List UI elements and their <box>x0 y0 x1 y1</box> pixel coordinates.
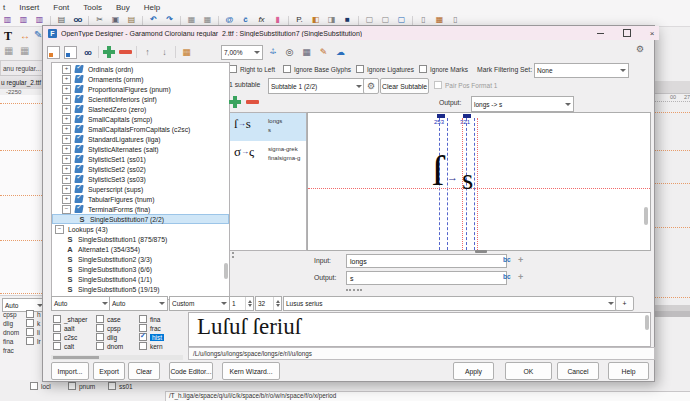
expander-icon[interactable]: + <box>62 135 71 144</box>
tree-item-lookup[interactable]: SSingleSubstitution5 (19/19) <box>52 284 229 294</box>
settings-gear-icon[interactable]: ⚙ <box>636 44 644 54</box>
align-grid2-icon[interactable]: ▦ <box>20 45 29 56</box>
feature-checkbox[interactable]: li <box>26 328 40 336</box>
ignore-base-glyphs-checkbox[interactable]: Ignore Base Glyphs <box>283 65 351 73</box>
advance-marker[interactable] <box>463 114 471 118</box>
substitution-row[interactable]: σ→ς sigma-grek finalsigma-g <box>230 141 306 169</box>
remove-icon[interactable] <box>119 50 132 54</box>
add-input-icon[interactable]: + <box>518 256 523 265</box>
language-combo[interactable]: Auto <box>109 296 168 311</box>
expander-icon[interactable]: + <box>62 175 71 184</box>
center-glyph-icon[interactable]: ◎ <box>283 47 296 57</box>
feature-checkbox[interactable]: h <box>26 310 41 318</box>
clear-subtable-button[interactable]: Clear Subtable <box>380 78 429 94</box>
ignore-ligatures-checkbox[interactable]: Ignore Ligatures <box>356 65 414 73</box>
feature-checkbox[interactable]: k <box>26 319 40 327</box>
scrollbar-thumb[interactable] <box>53 356 99 359</box>
fx-icon[interactable]: fx <box>256 15 267 25</box>
expander-icon[interactable]: + <box>62 165 71 174</box>
feature-checkbox-pnum[interactable]: pnum <box>68 382 95 390</box>
insert-glyph-icon[interactable]: ▦ <box>186 15 197 25</box>
feature-set-combo[interactable]: Custom <box>169 296 230 311</box>
redo-icon[interactable]: ↷ <box>164 15 175 25</box>
feature-grid-scrollbar[interactable] <box>51 355 183 360</box>
checkbox[interactable] <box>96 342 104 350</box>
move-up-icon[interactable]: ↑ <box>141 47 154 57</box>
tree-item-selected[interactable]: SSingleSubstitution7 (2/2) <box>52 214 229 224</box>
expander-icon[interactable]: + <box>62 125 71 134</box>
feature-checkbox-aalt[interactable]: aalt <box>53 324 74 332</box>
window-tile-icon[interactable]: ▢ <box>380 15 391 25</box>
anchor-icon[interactable]: @ <box>224 15 235 25</box>
panel-icon[interactable]: ◧ <box>310 15 321 25</box>
save-all-icon[interactable]: ▥ <box>34 15 45 25</box>
feature-checkbox-ss01[interactable]: ss01 <box>108 382 133 390</box>
edit-glyph-icon[interactable]: ✎ <box>317 47 330 57</box>
input-field[interactable]: longs <box>346 254 507 268</box>
section-splitter[interactable] <box>346 289 362 291</box>
canvas-scrollbar[interactable] <box>644 207 648 225</box>
help-button[interactable]: Help <box>608 362 649 380</box>
checkbox[interactable] <box>26 328 34 336</box>
output-pair-combo[interactable]: longs -> s <box>471 96 574 112</box>
menu-insert[interactable]: Insert <box>19 3 39 12</box>
opentype-designer-icon[interactable]: ■ <box>342 15 353 25</box>
expander-icon[interactable]: + <box>62 185 71 194</box>
script-combo[interactable]: Auto <box>51 296 111 311</box>
checkbox[interactable] <box>53 342 61 350</box>
window-icon[interactable]: ▢ <box>364 15 375 25</box>
checkbox[interactable] <box>30 382 38 390</box>
tree-item-lookup[interactable]: SSingleSubstitution2 (3/3) <box>52 254 229 264</box>
expander-icon[interactable]: + <box>62 75 71 84</box>
ignore-marks-checkbox[interactable]: Ignore Marks <box>419 65 468 73</box>
panel-add-icon[interactable]: ◨ <box>326 15 337 25</box>
checkbox[interactable] <box>26 319 34 327</box>
ruler-tool-icon[interactable]: ↔ <box>20 30 30 41</box>
tree-item-terminalforms[interactable]: −✓TerminalForms (fina) <box>52 204 229 214</box>
kern-wizard-button[interactable]: Kern Wizard... <box>222 362 280 380</box>
feature-checkbox-calt[interactable]: calt <box>53 342 74 350</box>
feature-checkbox-cpsp[interactable]: cpsp <box>96 324 121 332</box>
spinner-arrows[interactable] <box>245 297 253 310</box>
move-down-icon[interactable]: ↓ <box>158 47 171 57</box>
tree-item-lookup[interactable]: SSingleSubstitution1 (875/875) <box>52 234 229 244</box>
expander-icon[interactable]: + <box>62 105 71 114</box>
expander-icon[interactable]: + <box>62 195 71 204</box>
expander-icon[interactable]: + <box>62 65 71 74</box>
feature-checkbox-kern[interactable]: kern <box>139 342 163 350</box>
horizontal-scrollbar-track[interactable] <box>653 311 690 317</box>
import-button[interactable]: Import... <box>51 362 89 380</box>
lines-spinner[interactable]: 1 <box>229 296 254 311</box>
checkbox[interactable] <box>96 324 104 332</box>
find-glyph-icon[interactable]: oo <box>81 49 94 56</box>
glyph-edit-canvas[interactable] <box>0 95 42 295</box>
add-icon[interactable] <box>103 46 115 58</box>
code-editor-button[interactable]: Code Editor... <box>169 362 213 380</box>
clear-button[interactable]: Clear <box>128 362 160 380</box>
class-manager-icon[interactable]: ▦ <box>300 47 313 57</box>
feature-checkbox-dnom[interactable]: dnom <box>96 342 123 350</box>
feature-checkbox-c2sc[interactable]: c2sc <box>53 333 77 341</box>
zoom-combo[interactable]: 7,00% <box>221 45 263 60</box>
feature-checkbox-locl[interactable]: locl <box>30 382 51 390</box>
tree-item-lookups[interactable]: −Lookups (43) <box>52 224 229 234</box>
feature-checkbox-case[interactable]: case <box>96 315 121 323</box>
checkbox[interactable] <box>283 65 291 73</box>
feature-checkbox-fina[interactable]: fina <box>139 315 160 323</box>
feature-checkbox-hist[interactable]: ✓hist <box>139 333 164 341</box>
glyph-class-toggle-icon[interactable]: bc <box>503 273 511 280</box>
feature-checkbox-shaper[interactable]: _shaper <box>53 315 88 323</box>
sample-text-combo[interactable]: Lusus serius <box>283 296 617 311</box>
cloud-icon[interactable]: ☁ <box>334 47 347 57</box>
ok-button[interactable]: OK <box>505 362 552 380</box>
mark-filtering-combo[interactable]: None <box>534 63 629 78</box>
maximize-button[interactable] <box>616 27 638 39</box>
feature-checkbox-frac[interactable]: frac <box>139 324 161 332</box>
preview-scrollbar[interactable] <box>645 315 649 330</box>
expander-icon[interactable]: + <box>62 155 71 164</box>
size-spinner[interactable]: 32 <box>255 296 282 311</box>
close-button[interactable]: × <box>641 27 663 39</box>
expander-icon[interactable]: + <box>62 85 71 94</box>
menu-help[interactable]: Help <box>144 3 160 12</box>
checkbox[interactable] <box>108 382 116 390</box>
